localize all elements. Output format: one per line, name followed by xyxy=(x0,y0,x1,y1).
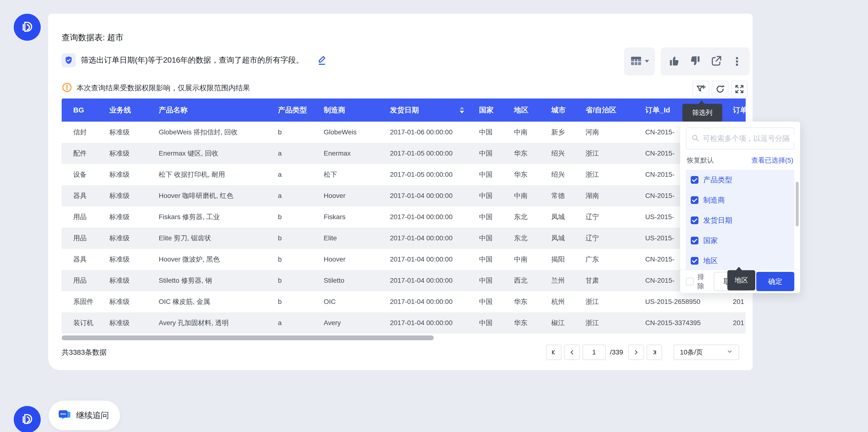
column-header[interactable]: 省/自治区 xyxy=(574,98,634,122)
popup-scrollbar-thumb[interactable] xyxy=(796,182,799,226)
column-header[interactable]: 发货日期 xyxy=(378,98,467,122)
column-filter-item[interactable]: 制造商 xyxy=(686,190,794,210)
page-size-select[interactable]: 10条/页 xyxy=(674,345,739,360)
refresh-button[interactable] xyxy=(712,81,728,97)
table-row[interactable]: 信封标准级GlobeWeis 搭扣信封, 回收bGlobeWeis2017-01… xyxy=(62,122,746,143)
table-cell: 2017-01-04 00:00:00 xyxy=(378,270,467,291)
table-cell: 新乡 xyxy=(540,122,574,143)
table-cell: 河南 xyxy=(574,122,634,143)
table-cell: Stiletto xyxy=(312,270,378,291)
table-cell: 浙江 xyxy=(574,291,634,312)
table-cell: 201 xyxy=(721,291,746,312)
column-header[interactable]: 产品名称 xyxy=(147,98,267,122)
table-cell: 甘肃 xyxy=(574,270,634,291)
table-cell: a xyxy=(267,312,312,334)
column-header[interactable]: 业务线 xyxy=(98,98,147,122)
table-row[interactable]: 用品标准级Fiskars 修剪器, 工业bFiskars2017-01-04 0… xyxy=(62,206,746,227)
table-row[interactable]: 用品标准级Elite 剪刀, 锯齿状bElite2017-01-04 00:00… xyxy=(62,227,746,249)
table-cell: 标准级 xyxy=(98,122,147,143)
thumbs-up-button[interactable] xyxy=(668,55,680,68)
column-header[interactable]: 订单日期 xyxy=(721,98,746,122)
table-cell: 标准级 xyxy=(98,291,147,312)
table-cell: 中国 xyxy=(467,206,502,227)
popup-search-input[interactable] xyxy=(703,134,796,143)
page-size-value: 10条/页 xyxy=(680,348,703,357)
table-cell: 中南 xyxy=(502,122,540,143)
table-cell: 辽宁 xyxy=(574,227,634,249)
table-cell: b xyxy=(267,227,312,249)
table-row[interactable]: 设备标准级松下 收据打印机, 耐用a松下2017-01-05 00:00:00中… xyxy=(62,164,746,185)
next-page-button[interactable] xyxy=(628,345,644,360)
table-cell: 配件 xyxy=(62,143,98,164)
last-page-button[interactable] xyxy=(647,345,662,360)
column-header[interactable]: 地区 xyxy=(502,98,540,122)
table-cell: 中国 xyxy=(467,249,502,270)
column-header[interactable]: BG xyxy=(62,98,98,122)
table-row[interactable]: 器具标准级Hoover 微波炉, 黑色bHoover2017-01-04 00:… xyxy=(62,249,746,270)
edit-query-button[interactable] xyxy=(316,55,327,66)
reset-default-link[interactable]: 恢复默认 xyxy=(687,156,714,165)
table-cell: Hoover xyxy=(312,249,378,270)
column-filter-label: 制造商 xyxy=(703,195,725,205)
table-row[interactable]: 装订机标准级Avery 孔加固材料, 透明aAvery2017-01-04 00… xyxy=(62,312,746,334)
table-cell: GlobeWeis xyxy=(312,122,378,143)
table-cell: Enermax 键区, 回收 xyxy=(147,143,267,164)
table-cell: a xyxy=(267,143,312,164)
checkbox[interactable] xyxy=(691,237,699,244)
checkbox[interactable] xyxy=(691,216,699,224)
more-menu-button[interactable]: ⋮ xyxy=(732,56,743,67)
table-cell: b xyxy=(267,270,312,291)
table-cell: 常德 xyxy=(540,185,574,206)
table-cell: 华东 xyxy=(502,143,540,164)
checkbox[interactable] xyxy=(691,176,699,184)
table-cell: 2017-01-04 00:00:00 xyxy=(378,206,467,227)
table-row[interactable]: 系固件标准级OIC 橡皮筋, 金属bOIC2017-01-04 00:00:00… xyxy=(62,291,746,312)
column-header[interactable]: 城市 xyxy=(540,98,574,122)
followup-label: 继续追问 xyxy=(76,410,109,421)
table-cell: 华东 xyxy=(502,312,540,334)
table-cell: 2017-01-04 00:00:00 xyxy=(378,312,467,334)
column-header[interactable]: 制造商 xyxy=(312,98,378,122)
table-row[interactable]: 用品标准级Stiletto 修剪器, 钢bStiletto2017-01-04 … xyxy=(62,270,746,291)
followup-button[interactable]: 继续追问 xyxy=(49,401,120,430)
horizontal-scrollbar-thumb[interactable] xyxy=(62,335,434,340)
filter-columns-button[interactable] xyxy=(692,81,709,97)
table-cell: 兰州 xyxy=(540,270,574,291)
popup-search-field[interactable] xyxy=(686,127,794,150)
share-button[interactable] xyxy=(710,55,723,68)
feedback-group: ⋮ xyxy=(661,48,750,75)
table-row[interactable]: 器具标准级Hoover 咖啡研磨机, 红色aHoover2017-01-04 0… xyxy=(62,185,746,206)
table-cell: 201 xyxy=(721,312,746,334)
table-cell: OIC 橡皮筋, 金属 xyxy=(147,291,267,312)
prev-page-button[interactable] xyxy=(564,345,580,360)
fullscreen-button[interactable] xyxy=(731,81,748,97)
view-switcher-button[interactable] xyxy=(624,48,655,75)
table-cell: 西北 xyxy=(502,270,540,291)
table-cell: 中国 xyxy=(467,312,502,334)
checkbox[interactable] xyxy=(691,196,699,204)
column-header[interactable]: 国家 xyxy=(467,98,502,122)
table-row[interactable]: 配件标准级Enermax 键区, 回收aEnermax2017-01-05 00… xyxy=(62,143,746,164)
d-logo-icon xyxy=(19,411,35,428)
column-filter-item[interactable]: 国家 xyxy=(686,230,794,251)
sort-icon[interactable] xyxy=(460,107,464,114)
column-filter-item[interactable]: 发货日期 xyxy=(686,210,794,230)
region-item-tooltip: 地区 xyxy=(727,270,755,290)
exclude-checkbox[interactable] xyxy=(686,278,694,285)
thumbs-down-button[interactable] xyxy=(689,55,702,68)
page-number-input[interactable] xyxy=(583,345,606,360)
confirm-button[interactable]: 确定 xyxy=(756,272,794,291)
table-cell: 松下 收据打印机, 耐用 xyxy=(147,164,267,185)
column-header[interactable]: 产品类型 xyxy=(267,98,312,122)
first-page-button[interactable] xyxy=(546,345,561,360)
table-cell: 湖南 xyxy=(574,185,634,206)
checkbox[interactable] xyxy=(691,257,699,265)
column-filter-item[interactable]: 产品类型 xyxy=(686,170,794,190)
table-footer: 共3383条数据 /339 xyxy=(62,345,739,360)
table-cell: 辽宁 xyxy=(574,206,634,227)
horizontal-scrollbar[interactable] xyxy=(62,335,746,340)
pagination: /339 10条/页 xyxy=(546,345,739,360)
view-selected-link[interactable]: 查看已选择(5) xyxy=(751,156,793,165)
table-cell: 浙江 xyxy=(574,143,634,164)
table-cell: 标准级 xyxy=(98,249,147,270)
